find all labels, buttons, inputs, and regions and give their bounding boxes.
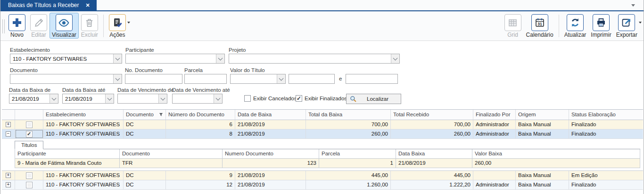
- expand-icon[interactable]: +: [6, 122, 11, 127]
- localizar-label: Localizar: [357, 96, 398, 102]
- data-baixa-de-picker[interactable]: 21/08/2019: [9, 94, 58, 104]
- table-row[interactable]: + 110 - FAKTORY SOFTWARES DC 6 21/08/201…: [2, 120, 643, 129]
- projeto-combo[interactable]: [229, 54, 400, 64]
- data-venc-ate-picker[interactable]: [172, 94, 223, 104]
- cell-status: Finalizado: [569, 180, 643, 189]
- imprimir-button[interactable]: Imprimir: [588, 13, 613, 39]
- col-total-baixa[interactable]: Total da Baixa: [306, 110, 391, 120]
- data-venc-de-picker[interactable]: [117, 94, 167, 104]
- col-numero-documento[interactable]: Número do Documento: [166, 110, 235, 120]
- cell-total-baixa: 700,00: [306, 120, 391, 129]
- tabstrip-chevron-down-icon[interactable]: [631, 4, 635, 7]
- expand-icon[interactable]: +: [6, 173, 11, 178]
- table-row[interactable]: + 110 - FAKTORY SOFTWARES DC 9 21/08/201…: [2, 171, 643, 180]
- checkbox-icon[interactable]: [296, 95, 302, 102]
- novo-button[interactable]: Novo: [6, 13, 28, 39]
- subcell-valor: 260,00: [472, 159, 640, 168]
- grid-button[interactable]: Grid: [502, 13, 524, 39]
- exibir-cancelados-checkbox[interactable]: Exibir Cancelados: [244, 95, 297, 102]
- data-baixa-ate-picker[interactable]: 21/08/2019: [62, 94, 114, 104]
- subcol-numero[interactable]: Numero Documento: [223, 149, 319, 158]
- atualizar-button[interactable]: Atualizar: [562, 13, 589, 39]
- cell-documento: DC: [124, 120, 166, 129]
- exibir-finalizados-checkbox[interactable]: Exibir Finalizados: [296, 95, 347, 102]
- acoes-chevron-down-icon[interactable]: [127, 22, 130, 24]
- documento-combo[interactable]: [10, 74, 122, 84]
- col-status-elaboracao[interactable]: Status Elaboração: [569, 110, 643, 120]
- data-venc-ate-label: Data de Vencimento até: [172, 87, 230, 93]
- collapse-icon[interactable]: −: [6, 131, 11, 137]
- participante-combo[interactable]: [125, 54, 225, 64]
- toolbar-separator-right: [559, 15, 559, 37]
- cell-status: Em Edição: [569, 171, 643, 180]
- detail-tab-strip: Titulos: [15, 139, 640, 149]
- subcol-parcela[interactable]: Parcela: [319, 149, 396, 158]
- expand-icon[interactable]: +: [6, 182, 11, 187]
- col-estabelecimento[interactable]: Estabelecimento: [43, 110, 124, 120]
- table-row-selected[interactable]: − 110 - FAKTORY SOFTWARES DC 8 21/08/201…: [2, 129, 643, 139]
- cell-origem: Baixa Manual: [516, 120, 569, 129]
- chevron-down-icon[interactable]: [50, 94, 58, 103]
- editar-button[interactable]: Editar: [28, 13, 50, 39]
- subcol-documento[interactable]: Documento: [120, 149, 223, 158]
- row-checkbox[interactable]: [26, 121, 33, 128]
- tab-titulos[interactable]: Titulos: [15, 141, 43, 149]
- cell-finalizado-por: Administrador: [473, 180, 516, 189]
- subcol-valor[interactable]: Valor Baixa: [472, 149, 640, 158]
- estabelecimento-label: Estabelecimento: [10, 47, 50, 53]
- tab-strip: Baixas de Títulos a Receber ✕: [0, 0, 644, 10]
- parcela-input[interactable]: [184, 74, 227, 84]
- chevron-down-icon[interactable]: [113, 74, 122, 83]
- chevron-down-icon[interactable]: [113, 54, 122, 63]
- valor-titulo-combo[interactable]: [230, 74, 286, 84]
- checkbox-icon[interactable]: [244, 95, 251, 102]
- exportar-button[interactable]: Exportar: [614, 13, 640, 39]
- estabelecimento-combo[interactable]: 110 - FAKTORY SOFTWARES: [10, 54, 122, 64]
- valor-titulo-de-input[interactable]: [289, 74, 335, 84]
- row-checkbox[interactable]: [26, 172, 33, 179]
- trash-icon: [81, 14, 98, 31]
- subcol-data[interactable]: Data Baixa: [396, 149, 472, 158]
- col-documento[interactable]: Documento: [124, 110, 166, 120]
- svg-text:31: 31: [537, 22, 542, 26]
- no-documento-input[interactable]: [125, 74, 182, 84]
- col-origem[interactable]: Origem: [516, 110, 569, 120]
- cell-data: 21/08/2019: [235, 180, 306, 189]
- chevron-down-icon[interactable]: [216, 54, 224, 63]
- exportar-chevron-down-icon[interactable]: [639, 22, 642, 24]
- subcol-participante[interactable]: Participante: [15, 149, 120, 158]
- excluir-button[interactable]: Excluir: [79, 13, 100, 39]
- col-data-baixa[interactable]: Data de Baixa: [235, 110, 306, 120]
- chevron-down-icon[interactable]: [391, 54, 399, 63]
- chevron-down-icon[interactable]: [214, 94, 222, 103]
- detail-row[interactable]: 9 - Maria de Fátima Miranda Couto TFR 12…: [15, 159, 640, 168]
- cell-status: Finalizado: [569, 120, 643, 129]
- tab-baixas-de-titulos[interactable]: Baixas de Títulos a Receber ✕: [0, 0, 97, 10]
- col-total-recebido[interactable]: Total Recebido: [391, 110, 473, 120]
- localizar-button[interactable]: Localizar: [346, 94, 401, 104]
- grid-icon: [504, 14, 521, 31]
- visualizar-button[interactable]: Visualizar: [50, 13, 79, 39]
- table-row[interactable]: + 110 - FAKTORY SOFTWARES DC 12 21/08/20…: [2, 180, 643, 190]
- toolbar-grip[interactable]: [2, 19, 5, 33]
- cell-total-recebido: 1.222,20: [391, 180, 473, 189]
- close-icon[interactable]: ✕: [86, 2, 90, 8]
- toolbar-separator: [103, 15, 104, 37]
- chevron-down-icon[interactable]: [105, 94, 114, 103]
- row-checkbox[interactable]: [26, 131, 33, 137]
- valor-titulo-ate-input[interactable]: [346, 74, 398, 84]
- calendario-button[interactable]: 31 Calendário: [524, 13, 556, 39]
- chevron-down-icon[interactable]: [277, 74, 285, 83]
- data-baixa-ate-value: 21/08/2019: [63, 96, 105, 102]
- acoes-button[interactable]: Ações: [107, 13, 128, 39]
- cell-total-recebido: 260,00: [391, 129, 473, 138]
- plus-icon: [8, 14, 25, 31]
- col-finalizado-por[interactable]: Finalizado Por: [473, 110, 516, 120]
- projeto-label: Projeto: [229, 47, 246, 53]
- chevron-down-icon[interactable]: [158, 94, 167, 103]
- row-checkbox[interactable]: [26, 182, 33, 188]
- editar-label: Editar: [31, 32, 46, 38]
- subcell-participante: 9 - Maria de Fátima Miranda Couto: [15, 159, 120, 168]
- expand-column-header: [2, 110, 15, 120]
- filter-funnel-icon[interactable]: [159, 113, 163, 117]
